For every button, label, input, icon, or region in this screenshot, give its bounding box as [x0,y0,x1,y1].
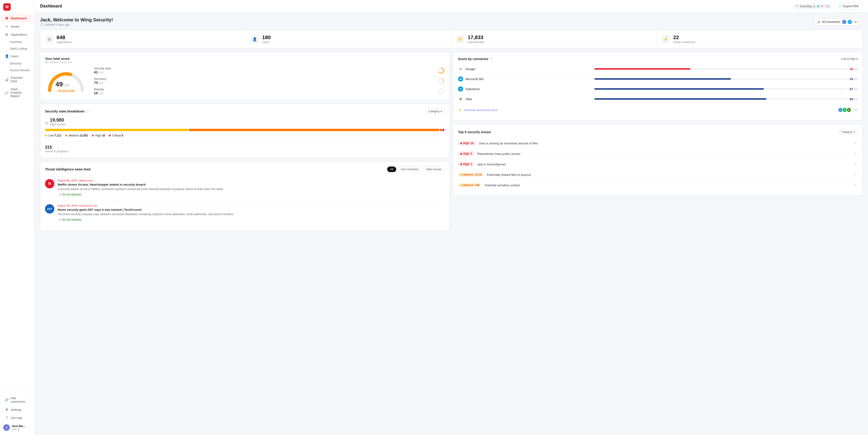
issue-row-3: Medium 12.3k Externally shared files to … [458,170,858,180]
news-desc-0: A security breach at one of Netflix's pr… [58,187,224,191]
issue-count-0: 14 [471,142,474,145]
score-container: 49 /100 -2% last month Security state [45,67,444,95]
gauge-display: 49 /100 [56,80,76,88]
bar-low [45,129,188,131]
news-tab-all[interactable]: All [387,167,396,172]
sidebar-item-exposed-data[interactable]: 📊 Exposed Data [1,74,33,85]
export-pdf-button[interactable]: 📄 Export PDF [835,3,862,9]
stat-active-connectors: ⚡ 22 Active connectors [657,30,862,48]
gauge-chart: 49 /100 -2% last month [45,67,87,95]
sidebar-item-dashboard[interactable]: ⊞ Dashboard [1,14,33,22]
page-title: Dashboard [40,4,62,9]
sidebar-item-inventory[interactable]: Inventory [1,39,33,45]
sidebar-item-saas-lookup[interactable]: SaaS Lookup [1,45,33,52]
issue-close-3[interactable]: × [854,173,858,177]
issues-category-button[interactable]: Category ▾ [839,129,858,135]
users-icon: 👤 [5,54,9,58]
connector-count: +13 [825,5,829,8]
news-title: Threat intelligence news feed [45,167,90,171]
google-icon: G [813,4,815,8]
logo-icon: W [3,3,11,11]
issue-severity-2: High [463,163,469,166]
issue-close-0[interactable]: × [854,141,858,145]
security-breakdown-card: Security state breakdown ⓘ Category ▾ ⊞ [40,104,450,158]
news-tab-issues[interactable]: Open issues [423,167,444,172]
salesforce-bar-track [594,88,847,90]
svg-point-4 [439,89,444,94]
medium-count: 12,851 [80,134,88,137]
add-connectors-button[interactable]: 🔗 Add connectors [1,394,33,405]
okta-bar-wrap [594,98,847,100]
severity-dot-4 [460,185,462,186]
sort-label: Low to high [841,57,856,61]
sidebar-item-label: SaaS Analysis Report [10,87,30,98]
issue-close-4[interactable]: × [854,183,858,187]
issue-text-3: Externally shared files to anyone [487,173,850,176]
news-badge-1: ✓ No risk detected [58,218,83,222]
connectors-badge[interactable]: 🔗 All Connectors: G M +8 ▾ [814,19,862,25]
gauge-total: /100 [63,83,69,87]
user-id: jack-rg [12,428,28,431]
issue-row-4: Medium 249 Potential sensitive content × [458,180,858,191]
metric-security-value: 41 [94,70,98,74]
settings-button[interactable]: ⚙ Settings [1,406,33,413]
legend-low: Low 7,111 [45,134,62,137]
issue-close-2[interactable]: × [854,162,858,166]
sidebar-item-directory[interactable]: Directory [1,60,33,67]
user-info: Jack Blumenthal jack-rg [12,425,28,431]
stat-exposed-files: 📁 17,833 Exposed files [452,30,657,48]
applications-icon: ⊞ [5,33,9,36]
news-desc-1: The home security company says attackers… [58,212,234,216]
issues-chevron-icon: ▾ [854,130,855,134]
issue-count-3: 12.3k [475,173,482,176]
google-bar-fill [594,68,690,70]
issues-icon: ⚠ [5,25,9,28]
breakdown-header: Security state breakdown ⓘ Category ▾ [45,108,444,114]
chevron-down-icon: ▾ [440,110,442,113]
metric-security-ring [438,67,444,74]
ms365-bar-track [594,78,847,80]
increase-discovery-row[interactable]: ⚡ Increase discovery score G S H +10 [458,104,858,116]
stat-applications-data: 648 Applications [57,34,72,44]
score-title-group: Your total score 🕐 Updated 5 days ago [45,57,72,64]
connector-title-group: Score by connector ⓘ [458,57,493,61]
scanning-label: Scanning [800,5,812,8]
metric-maturity: Maturity 15 /100 [94,88,444,95]
get-help-button[interactable]: ? Get help [1,414,33,422]
sidebar-item-saas-analysis[interactable]: 📈 SaaS Analysis Report [1,85,33,100]
high-count: 18 [102,134,105,137]
sidebar-item-access-review[interactable]: Access Review [1,67,33,74]
news-tab-inventory[interactable]: Your inventory [398,167,422,172]
news-date-0: August 8th, 2024 • latimes.com [58,179,224,182]
export-label: Export PDF [843,4,859,8]
stat-connectors-label: Active connectors [673,40,695,44]
sidebar-item-label: Dashboard [11,16,27,20]
low-count: 7,111 [55,134,62,137]
connector-name-okta: Okta [465,97,592,101]
microsoft-icon: M [817,4,820,8]
chevron-down-icon: ▾ [858,20,859,24]
connector-name-salesforce: Salesforce [465,87,592,91]
metric-discovery-label-group: Discovery 73 /100 [94,77,106,85]
low-dot [45,135,47,136]
badge-text-1: No risk detected [62,218,81,221]
issue-text-1: Repositories have public access [477,152,850,156]
user-profile[interactable]: J Jack Blumenthal jack-rg › [0,422,34,433]
sidebar-item-applications[interactable]: ⊞ Applications [1,31,33,38]
metric-maturity-denom: /100 [98,92,103,95]
connector-name-google: Google [465,67,592,71]
in-progress-number: 315 [45,145,444,150]
sidebar-item-issues[interactable]: ⚠ Issues [1,22,33,30]
sidebar-item-users[interactable]: 👤 Users [1,52,33,60]
sort-button[interactable]: Low to high ▾ [841,57,858,61]
connector-title: Score by connector [458,57,489,61]
issue-close-1[interactable]: × [854,152,858,156]
breakdown-category-button[interactable]: Category ▾ [426,108,444,114]
severity-dot-1 [460,153,462,155]
issues-category-label: Category [841,130,852,134]
issue-severity-4: Medium [463,183,474,187]
topbar: Dashboard ••• Scanning G M ✉ +13 📄 Expor… [34,0,868,12]
issue-badge-0: High 14 [458,141,476,145]
topbar-right: ••• Scanning G M ✉ +13 📄 Export PDF [793,3,862,9]
legend-critical: Critical 0 [109,134,123,137]
